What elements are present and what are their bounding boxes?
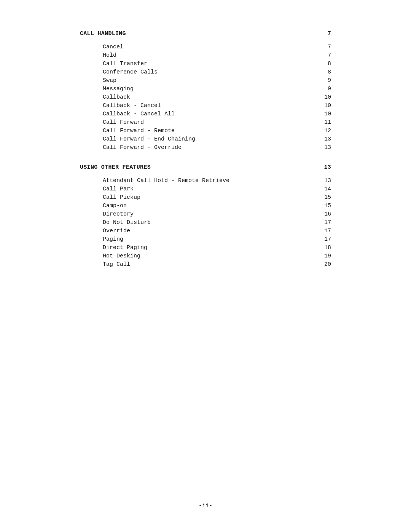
section-call-handling: CALL HANDLING7Cancel7Hold7Call Transfer8…: [80, 30, 331, 151]
toc-entry-label: Callback - Cancel All: [103, 111, 320, 117]
toc-entry-label: Direct Paging: [103, 244, 320, 251]
section-header-page: 7: [328, 30, 331, 37]
toc-entry-page: 7: [320, 52, 331, 59]
toc-entry-label: Directory: [103, 211, 320, 217]
toc-entry-page: 14: [320, 186, 331, 192]
toc-entry: Swap9: [80, 77, 331, 84]
toc-entry-page: 17: [320, 228, 331, 234]
toc-entry-page: 10: [320, 102, 331, 109]
toc-entry: Messaging9: [80, 86, 331, 92]
toc-entry: Camp-on15: [80, 203, 331, 209]
toc-entry-page: 8: [320, 69, 331, 75]
toc-entry: Call Forward - End Chaining13: [80, 136, 331, 142]
toc-entry: Directory16: [80, 211, 331, 217]
footer-label: -ii-: [199, 503, 212, 509]
toc-entry: Call Forward - Override13: [80, 144, 331, 151]
toc-entry-page: 15: [320, 194, 331, 201]
toc-entry: Hold7: [80, 52, 331, 59]
toc-entry: Override17: [80, 228, 331, 234]
toc-entry: Callback10: [80, 94, 331, 101]
toc-entry: Do Not Disturb17: [80, 219, 331, 226]
toc-entry: Tag Call20: [80, 261, 331, 268]
toc-entry: Callback - Cancel All10: [80, 111, 331, 117]
toc-entry-label: Attendant Call Hold - Remote Retrieve: [103, 177, 320, 184]
section-header-using-other-features: USING OTHER FEATURES13: [80, 164, 331, 171]
toc-entry: Call Forward11: [80, 119, 331, 126]
toc-entry-page: 16: [320, 211, 331, 217]
toc-entry: Call Pickup15: [80, 194, 331, 201]
toc-entry-page: 15: [320, 203, 331, 209]
toc-entry-label: Call Forward - End Chaining: [103, 136, 320, 142]
toc-entry: Call Park14: [80, 186, 331, 192]
section-header-label: CALL HANDLING: [80, 30, 126, 37]
toc-entry: Call Transfer8: [80, 61, 331, 67]
toc-entry: Callback - Cancel10: [80, 102, 331, 109]
toc-entry-label: Call Forward - Remote: [103, 128, 320, 134]
toc-entry-page: 10: [320, 111, 331, 117]
toc-entry-label: Call Pickup: [103, 194, 320, 201]
toc-entry-label: Camp-on: [103, 203, 320, 209]
toc-entry-page: 9: [320, 77, 331, 84]
toc-entry: Conference Calls8: [80, 69, 331, 75]
toc-entry-label: Cancel: [103, 44, 320, 50]
toc-entry-page: 17: [320, 219, 331, 226]
toc-entry-label: Hot Desking: [103, 253, 320, 259]
toc-entry-label: Swap: [103, 77, 320, 84]
toc-entry-label: Messaging: [103, 86, 320, 92]
section-using-other-features: USING OTHER FEATURES13Attendant Call Hol…: [80, 164, 331, 268]
toc-entry-page: 13: [320, 177, 331, 184]
toc-entry-page: 8: [320, 61, 331, 67]
toc-entry-label: Call Transfer: [103, 61, 320, 67]
toc-entry: Direct Paging18: [80, 244, 331, 251]
toc-entry-label: Callback - Cancel: [103, 102, 320, 109]
toc-entry-label: Conference Calls: [103, 69, 320, 75]
toc-entry-page: 12: [320, 128, 331, 134]
toc-entry-page: 20: [320, 261, 331, 268]
toc-entry: Paging17: [80, 236, 331, 243]
toc-entry-label: Override: [103, 228, 320, 234]
toc-entry: Hot Desking19: [80, 253, 331, 259]
toc-entry-page: 17: [320, 236, 331, 243]
section-header-page: 13: [324, 164, 331, 171]
toc-entry-page: 13: [320, 144, 331, 151]
toc-entry-page: 19: [320, 253, 331, 259]
toc-entry-label: Call Forward: [103, 119, 320, 126]
toc-entry-label: Tag Call: [103, 261, 320, 268]
page: CALL HANDLING7Cancel7Hold7Call Transfer8…: [57, 0, 354, 532]
toc-entry-label: Hold: [103, 52, 320, 59]
section-header-label: USING OTHER FEATURES: [80, 164, 151, 171]
section-header-call-handling: CALL HANDLING7: [80, 30, 331, 37]
toc-entry-page: 10: [320, 94, 331, 101]
toc-entry-page: 7: [320, 44, 331, 50]
toc-entry-page: 9: [320, 86, 331, 92]
toc-entry-label: Do Not Disturb: [103, 219, 320, 226]
page-footer: -ii-: [57, 503, 354, 509]
toc-entry-label: Callback: [103, 94, 320, 101]
toc-entry-page: 11: [320, 119, 331, 126]
toc-entry-page: 13: [320, 136, 331, 142]
toc-entry: Cancel7: [80, 44, 331, 50]
toc-entry-page: 18: [320, 244, 331, 251]
toc-entry-label: Call Park: [103, 186, 320, 192]
toc-entry: Attendant Call Hold - Remote Retrieve13: [80, 177, 331, 184]
toc-entry-label: Paging: [103, 236, 320, 243]
toc-entry-label: Call Forward - Override: [103, 144, 320, 151]
toc-entry: Call Forward - Remote12: [80, 128, 331, 134]
